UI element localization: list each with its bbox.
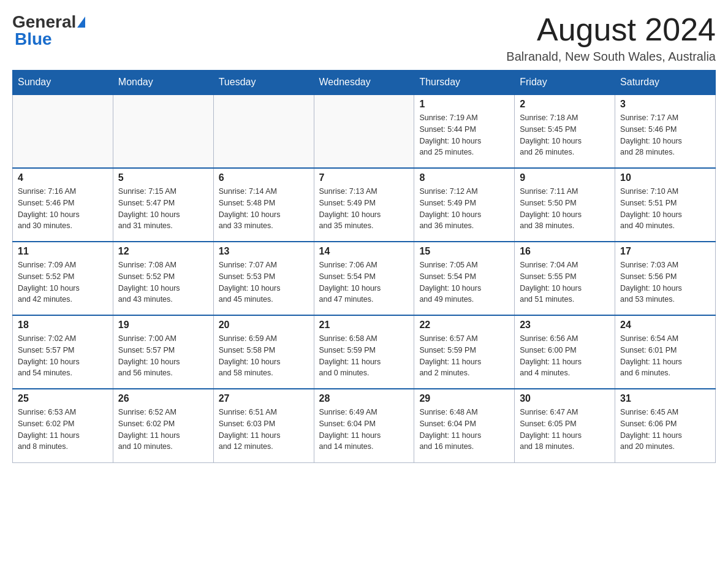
day-info: Sunrise: 6:49 AM Sunset: 6:04 PM Dayligh… <box>319 407 409 453</box>
day-number: 30 <box>520 393 610 404</box>
day-info: Sunrise: 7:09 AM Sunset: 5:52 PM Dayligh… <box>18 259 108 305</box>
calendar-cell <box>113 94 213 168</box>
calendar-week-row-2: 4Sunrise: 7:16 AM Sunset: 5:46 PM Daylig… <box>13 168 716 242</box>
day-number: 29 <box>419 393 509 404</box>
calendar-cell: 10Sunrise: 7:10 AM Sunset: 5:51 PM Dayli… <box>615 168 716 242</box>
day-info: Sunrise: 7:12 AM Sunset: 5:49 PM Dayligh… <box>419 186 509 232</box>
calendar-table: SundayMondayTuesdayWednesdayThursdayFrid… <box>12 70 716 463</box>
calendar-cell: 27Sunrise: 6:51 AM Sunset: 6:03 PM Dayli… <box>213 389 314 462</box>
calendar-cell: 7Sunrise: 7:13 AM Sunset: 5:49 PM Daylig… <box>314 168 414 242</box>
day-info: Sunrise: 7:15 AM Sunset: 5:47 PM Dayligh… <box>118 186 208 232</box>
calendar-cell: 5Sunrise: 7:15 AM Sunset: 5:47 PM Daylig… <box>113 168 213 242</box>
logo-blue: Blue <box>15 29 52 49</box>
logo: General Blue <box>12 12 85 49</box>
day-info: Sunrise: 7:02 AM Sunset: 5:57 PM Dayligh… <box>18 333 108 379</box>
day-info: Sunrise: 7:16 AM Sunset: 5:46 PM Dayligh… <box>18 186 108 232</box>
day-number: 5 <box>118 172 208 183</box>
day-info: Sunrise: 6:58 AM Sunset: 5:59 PM Dayligh… <box>319 333 409 379</box>
calendar-cell: 24Sunrise: 6:54 AM Sunset: 6:01 PM Dayli… <box>615 315 716 389</box>
day-number: 4 <box>18 172 108 183</box>
day-info: Sunrise: 7:11 AM Sunset: 5:50 PM Dayligh… <box>520 186 610 232</box>
day-number: 1 <box>419 99 509 110</box>
calendar-week-row-5: 25Sunrise: 6:53 AM Sunset: 6:02 PM Dayli… <box>13 389 716 462</box>
month-year-title: August 2024 <box>506 12 716 47</box>
calendar-cell <box>213 94 314 168</box>
calendar-cell: 15Sunrise: 7:05 AM Sunset: 5:54 PM Dayli… <box>414 242 515 315</box>
calendar-cell: 26Sunrise: 6:52 AM Sunset: 6:02 PM Dayli… <box>113 389 213 462</box>
day-number: 21 <box>319 320 409 331</box>
day-number: 24 <box>620 320 710 331</box>
day-number: 22 <box>419 320 509 331</box>
calendar-header-saturday: Saturday <box>615 71 716 95</box>
day-number: 8 <box>419 172 509 183</box>
day-info: Sunrise: 6:59 AM Sunset: 5:58 PM Dayligh… <box>219 333 309 379</box>
day-info: Sunrise: 7:00 AM Sunset: 5:57 PM Dayligh… <box>118 333 208 379</box>
calendar-header-row: SundayMondayTuesdayWednesdayThursdayFrid… <box>13 71 716 95</box>
calendar-cell: 20Sunrise: 6:59 AM Sunset: 5:58 PM Dayli… <box>213 315 314 389</box>
day-info: Sunrise: 6:52 AM Sunset: 6:02 PM Dayligh… <box>118 407 208 453</box>
day-number: 19 <box>118 320 208 331</box>
location-subtitle: Balranald, New South Wales, Australia <box>506 50 716 64</box>
calendar-cell: 31Sunrise: 6:45 AM Sunset: 6:06 PM Dayli… <box>615 389 716 462</box>
day-info: Sunrise: 7:18 AM Sunset: 5:45 PM Dayligh… <box>520 112 610 158</box>
calendar-header-friday: Friday <box>515 71 615 95</box>
day-info: Sunrise: 7:03 AM Sunset: 5:56 PM Dayligh… <box>620 259 710 305</box>
day-info: Sunrise: 7:17 AM Sunset: 5:46 PM Dayligh… <box>620 112 710 158</box>
day-number: 17 <box>620 246 710 257</box>
calendar-cell: 25Sunrise: 6:53 AM Sunset: 6:02 PM Dayli… <box>13 389 113 462</box>
calendar-cell: 28Sunrise: 6:49 AM Sunset: 6:04 PM Dayli… <box>314 389 414 462</box>
day-number: 31 <box>620 393 710 404</box>
day-number: 13 <box>219 246 309 257</box>
day-number: 6 <box>219 172 309 183</box>
day-number: 9 <box>520 172 610 183</box>
day-info: Sunrise: 6:56 AM Sunset: 6:00 PM Dayligh… <box>520 333 610 379</box>
calendar-cell: 23Sunrise: 6:56 AM Sunset: 6:00 PM Dayli… <box>515 315 615 389</box>
day-info: Sunrise: 6:45 AM Sunset: 6:06 PM Dayligh… <box>620 407 710 453</box>
day-info: Sunrise: 6:48 AM Sunset: 6:04 PM Dayligh… <box>419 407 509 453</box>
day-number: 12 <box>118 246 208 257</box>
calendar-cell <box>314 94 414 168</box>
calendar-week-row-4: 18Sunrise: 7:02 AM Sunset: 5:57 PM Dayli… <box>13 315 716 389</box>
calendar-cell: 14Sunrise: 7:06 AM Sunset: 5:54 PM Dayli… <box>314 242 414 315</box>
page-header: General Blue August 2024 Balranald, New … <box>12 12 716 64</box>
day-number: 15 <box>419 246 509 257</box>
day-number: 28 <box>319 393 409 404</box>
day-number: 11 <box>18 246 108 257</box>
day-info: Sunrise: 7:08 AM Sunset: 5:52 PM Dayligh… <box>118 259 208 305</box>
day-info: Sunrise: 7:13 AM Sunset: 5:49 PM Dayligh… <box>319 186 409 232</box>
calendar-cell: 29Sunrise: 6:48 AM Sunset: 6:04 PM Dayli… <box>414 389 515 462</box>
calendar-cell: 4Sunrise: 7:16 AM Sunset: 5:46 PM Daylig… <box>13 168 113 242</box>
day-info: Sunrise: 6:53 AM Sunset: 6:02 PM Dayligh… <box>18 407 108 453</box>
calendar-cell: 19Sunrise: 7:00 AM Sunset: 5:57 PM Dayli… <box>113 315 213 389</box>
day-info: Sunrise: 6:51 AM Sunset: 6:03 PM Dayligh… <box>219 407 309 453</box>
calendar-cell: 17Sunrise: 7:03 AM Sunset: 5:56 PM Dayli… <box>615 242 716 315</box>
calendar-header-thursday: Thursday <box>414 71 515 95</box>
calendar-cell: 6Sunrise: 7:14 AM Sunset: 5:48 PM Daylig… <box>213 168 314 242</box>
day-number: 16 <box>520 246 610 257</box>
calendar-cell <box>13 94 113 168</box>
calendar-week-row-3: 11Sunrise: 7:09 AM Sunset: 5:52 PM Dayli… <box>13 242 716 315</box>
calendar-cell: 3Sunrise: 7:17 AM Sunset: 5:46 PM Daylig… <box>615 94 716 168</box>
calendar-header-monday: Monday <box>113 71 213 95</box>
day-info: Sunrise: 7:10 AM Sunset: 5:51 PM Dayligh… <box>620 186 710 232</box>
day-number: 23 <box>520 320 610 331</box>
calendar-cell: 2Sunrise: 7:18 AM Sunset: 5:45 PM Daylig… <box>515 94 615 168</box>
day-info: Sunrise: 6:57 AM Sunset: 5:59 PM Dayligh… <box>419 333 509 379</box>
day-number: 10 <box>620 172 710 183</box>
calendar-cell: 1Sunrise: 7:19 AM Sunset: 5:44 PM Daylig… <box>414 94 515 168</box>
calendar-cell: 22Sunrise: 6:57 AM Sunset: 5:59 PM Dayli… <box>414 315 515 389</box>
day-info: Sunrise: 7:04 AM Sunset: 5:55 PM Dayligh… <box>520 259 610 305</box>
calendar-cell: 12Sunrise: 7:08 AM Sunset: 5:52 PM Dayli… <box>113 242 213 315</box>
day-number: 7 <box>319 172 409 183</box>
day-number: 14 <box>319 246 409 257</box>
calendar-cell: 30Sunrise: 6:47 AM Sunset: 6:05 PM Dayli… <box>515 389 615 462</box>
calendar-cell: 11Sunrise: 7:09 AM Sunset: 5:52 PM Dayli… <box>13 242 113 315</box>
calendar-cell: 21Sunrise: 6:58 AM Sunset: 5:59 PM Dayli… <box>314 315 414 389</box>
day-info: Sunrise: 7:06 AM Sunset: 5:54 PM Dayligh… <box>319 259 409 305</box>
day-number: 27 <box>219 393 309 404</box>
day-number: 2 <box>520 99 610 110</box>
day-number: 18 <box>18 320 108 331</box>
calendar-cell: 8Sunrise: 7:12 AM Sunset: 5:49 PM Daylig… <box>414 168 515 242</box>
day-number: 26 <box>118 393 208 404</box>
day-info: Sunrise: 7:19 AM Sunset: 5:44 PM Dayligh… <box>419 112 509 158</box>
